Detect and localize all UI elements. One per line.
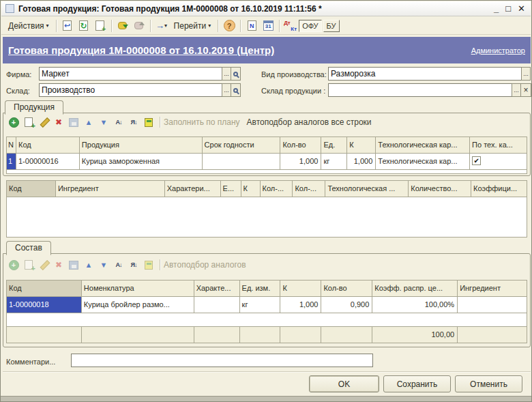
copy-button[interactable]: + (93, 19, 108, 33)
toolbar-separator (111, 20, 112, 32)
maximize-button[interactable]: □ (505, 3, 511, 14)
minimize-button[interactable]: _ (494, 3, 499, 14)
firm-field[interactable] (39, 67, 222, 81)
column-header[interactable]: Технологическая ... (325, 181, 409, 197)
column-header[interactable]: Характери... (165, 181, 221, 197)
code-cell[interactable]: 1-00000018 (7, 297, 82, 313)
add-icon: + (9, 260, 19, 270)
accounting-entries-button[interactable]: Дт Кт (282, 20, 297, 32)
product-warehouse-field[interactable] (328, 83, 512, 97)
column-header[interactable]: Код (7, 181, 56, 197)
set-number-button[interactable]: N (244, 19, 259, 33)
table-row[interactable]: 1-00000018 Курица бройлер размо... кг 1,… (7, 297, 527, 313)
output-button[interactable]: → ▾ (154, 19, 169, 33)
comment-field[interactable] (71, 354, 373, 367)
column-header[interactable]: Кол-во (280, 137, 321, 154)
product-warehouse-clear-button[interactable]: × (520, 83, 531, 97)
products-table: N Код Продукция Срок годности Кол-во Ед.… (6, 137, 527, 174)
k-cell[interactable]: 1,000 (347, 154, 376, 170)
column-header[interactable]: Технологическая кар... (376, 137, 470, 154)
column-header[interactable]: К (280, 281, 321, 297)
column-header[interactable]: Ед. изм. (240, 281, 281, 297)
qty-cell[interactable]: 1,000 (280, 154, 321, 170)
tab-products[interactable]: Продукция (5, 100, 63, 115)
table-row[interactable]: 1 1-00000016 Курица замороженная 1,000 к… (7, 154, 527, 170)
sort-desc-button[interactable]: Я↓ (127, 259, 141, 271)
column-header[interactable]: N (7, 137, 16, 154)
code-cell[interactable]: 1-00000016 (16, 154, 80, 170)
warehouse-field[interactable] (39, 83, 222, 97)
column-header[interactable]: Характе... (194, 281, 240, 297)
delete-row-button[interactable]: ✖ (52, 116, 65, 128)
column-header[interactable]: Кол-во (321, 281, 372, 297)
move-up-button[interactable]: ▲ (82, 116, 95, 128)
ofu-toggle[interactable]: ОФУ (299, 20, 321, 32)
bu-toggle[interactable]: БУ (323, 20, 340, 32)
warehouse-search-button[interactable] (231, 83, 241, 97)
product-warehouse-select-button[interactable]: ... (512, 83, 521, 97)
unit-cell[interactable]: кг (321, 154, 347, 170)
column-header[interactable]: Продукция (80, 137, 203, 154)
column-header[interactable]: Кол-... (293, 181, 325, 197)
characteristic-cell[interactable] (194, 297, 240, 313)
add-row-button[interactable]: + (7, 116, 20, 128)
column-header[interactable]: Код (16, 137, 80, 154)
column-header[interactable]: Срок годности (203, 137, 281, 154)
column-header[interactable]: Номенклатура (82, 281, 194, 297)
sort-desc-button[interactable]: Я↓ (127, 116, 141, 128)
fill-icon (145, 261, 153, 270)
refresh-button[interactable]: ↻ (76, 19, 91, 33)
column-header[interactable]: Ед. (321, 137, 347, 154)
user-link[interactable]: Администратор (471, 46, 525, 55)
delete-icon: ✖ (55, 260, 62, 270)
column-header[interactable]: Ингредиент (56, 181, 165, 197)
ok-button[interactable]: OK (309, 375, 379, 392)
coeff-cell[interactable]: 100,00% (372, 297, 458, 313)
tech-card-cell[interactable]: Технологическая кар... (376, 154, 470, 170)
tab-composition[interactable]: Состав (6, 241, 51, 255)
column-header[interactable]: Ингредиент (458, 281, 527, 297)
by-tech-checkbox[interactable]: ✔ (472, 156, 481, 165)
cancel-button[interactable]: Отменить (455, 375, 522, 392)
sort-asc-button[interactable]: А↓ (112, 116, 125, 128)
by-tech-cell[interactable]: ✔ (470, 154, 527, 170)
shelf-life-cell[interactable] (203, 154, 281, 170)
save-button[interactable]: Сохранить (383, 375, 451, 392)
edit-row-button[interactable] (37, 116, 50, 128)
close-button[interactable]: ✕ (518, 3, 525, 14)
column-header[interactable]: Коэфф. распр. це... (372, 281, 458, 297)
nomenclature-cell[interactable]: Курица бройлер размо... (82, 297, 194, 313)
sort-asc-button[interactable]: А↓ (112, 259, 125, 271)
production-type-field[interactable] (328, 67, 522, 81)
help-button[interactable]: ? (222, 19, 237, 33)
column-header[interactable]: К (347, 137, 376, 154)
post-document-button[interactable] (115, 19, 130, 33)
move-up-button[interactable]: ▲ (82, 259, 95, 271)
column-header[interactable]: Кол-... (261, 181, 293, 197)
product-cell[interactable]: Курица замороженная (80, 154, 203, 170)
k-cell[interactable]: 1,000 (280, 297, 321, 313)
column-header[interactable]: Е... (221, 181, 241, 197)
save-close-button[interactable]: ↩ (60, 19, 75, 33)
autoselect-all-rows-button[interactable]: Автоподбор аналогов все строки (247, 117, 372, 127)
copy-row-button[interactable]: + (22, 116, 35, 128)
column-header[interactable]: Количество... (409, 181, 471, 197)
move-down-button[interactable]: ▼ (97, 259, 110, 271)
firm-select-button[interactable]: ... (222, 67, 231, 81)
column-header[interactable]: К (241, 181, 261, 197)
column-header[interactable]: Код (7, 281, 82, 297)
unit-cell[interactable]: кг (240, 297, 281, 313)
column-header[interactable]: Коэффици... (471, 181, 527, 197)
move-down-button[interactable]: ▼ (97, 116, 110, 128)
production-type-select-button[interactable]: ... (521, 67, 531, 81)
set-date-button[interactable]: 31 (261, 19, 276, 33)
column-header[interactable]: По тех. ка... (470, 137, 527, 154)
actions-menu[interactable]: Действия ▾ (4, 19, 53, 33)
goto-menu[interactable]: Перейти ▾ (170, 19, 216, 33)
qty-cell[interactable]: 0,900 (321, 297, 372, 313)
firm-search-button[interactable] (231, 67, 241, 81)
warehouse-select-button[interactable]: ... (222, 83, 231, 97)
fill-button[interactable] (142, 116, 156, 128)
ingredient-cell[interactable] (458, 297, 527, 313)
row-number-cell[interactable]: 1 (7, 154, 16, 170)
